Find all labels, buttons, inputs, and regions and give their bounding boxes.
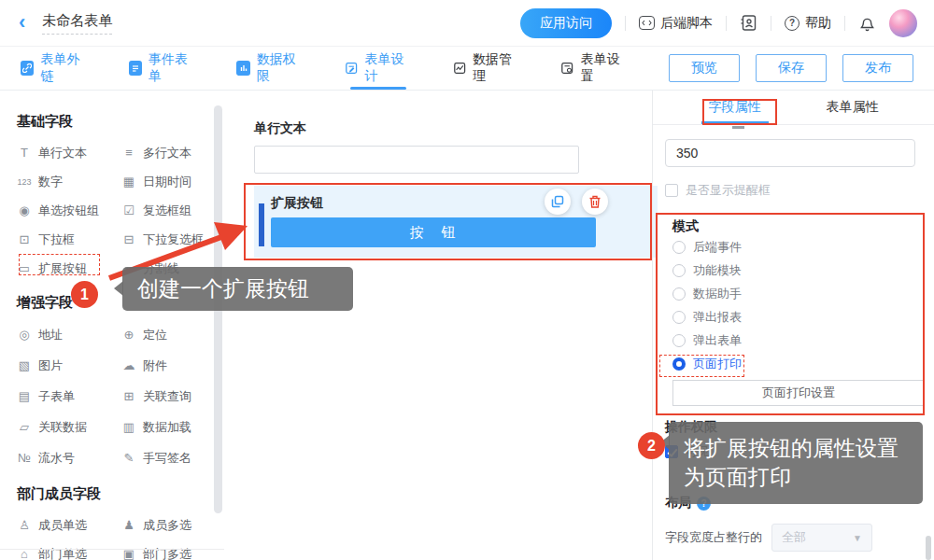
top-bar: ‹ 未命名表单 应用访问 后端脚本 <box>0 0 934 47</box>
layout-title: 布局 <box>665 495 691 511</box>
data-load-icon: ▥ <box>121 420 136 434</box>
field-palette-sidebar: 基础字段 T单行文本 ≡多行文本 123数字 ▦日期时间 ◉单选按钮组 ☑复选框… <box>0 91 232 560</box>
field-item-subform[interactable]: ▤子表单 <box>17 388 121 405</box>
field-item-multi-line-text[interactable]: ≡多行文本 <box>121 145 224 161</box>
back-icon[interactable]: ‹ <box>19 12 25 33</box>
subform-icon: ▤ <box>17 389 32 403</box>
tab-data-permission[interactable]: 数据权限 <box>236 47 304 90</box>
field-item-attachment[interactable]: ☁附件 <box>121 357 224 374</box>
radio-group-icon: ◉ <box>17 203 32 217</box>
width-value-input[interactable] <box>665 139 915 167</box>
publish-button[interactable]: 发布 <box>842 54 913 82</box>
linked-query-icon: ⊞ <box>121 389 136 403</box>
form-title[interactable]: 未命名表单 <box>42 12 112 35</box>
mode-option-backend-event[interactable]: 后端事件 <box>672 235 908 259</box>
tab-field-properties[interactable]: 字段属性 <box>703 91 767 124</box>
mode-option-popup-report[interactable]: 弹出报表 <box>672 305 908 329</box>
attachment-icon: ☁ <box>121 358 136 372</box>
field-item-number[interactable]: 123数字 <box>17 174 121 190</box>
divider <box>0 549 224 550</box>
radio-icon <box>672 241 686 254</box>
field-item-dropdown[interactable]: ⊡下拉框 <box>17 231 121 248</box>
field-item-serial-number[interactable]: №流水号 <box>17 450 121 467</box>
tab-form-settings[interactable]: 表单设置 <box>560 47 628 90</box>
field-item-linked-query[interactable]: ⊞关联查询 <box>121 388 224 405</box>
field-item-radio-group[interactable]: ◉单选按钮组 <box>17 203 121 219</box>
sidebar-scrollbar[interactable] <box>214 105 222 513</box>
field-item-divider-line[interactable]: ╌分割线 <box>121 260 224 277</box>
tab-data-management[interactable]: 数据管理 <box>453 47 520 90</box>
serial-number-icon: № <box>17 451 32 465</box>
visible-checkbox[interactable] <box>665 445 678 458</box>
contacts-button[interactable] <box>740 14 757 32</box>
field-item-image[interactable]: ▧图片 <box>17 357 121 374</box>
save-button[interactable]: 保存 <box>756 54 827 82</box>
radio-icon <box>672 264 686 277</box>
field-item-datetime[interactable]: ▦日期时间 <box>121 174 224 190</box>
mode-option-data-assistant[interactable]: 数据助手 <box>672 282 908 305</box>
clipped-scrolled-content <box>732 126 744 129</box>
field-item-location[interactable]: ⊕定位 <box>121 327 224 343</box>
extension-button-icon: ▭ <box>17 261 32 275</box>
show-reminder-checkbox[interactable] <box>665 184 678 197</box>
user-avatar[interactable] <box>889 9 917 37</box>
tab-event-form[interactable]: 事件表单 <box>129 47 196 90</box>
form-settings-icon <box>560 61 573 76</box>
field-item-extension-button[interactable]: ▭扩展按钮 <box>17 260 121 277</box>
field-item-address[interactable]: ◎地址 <box>17 327 121 343</box>
mode-title: 模式 <box>672 218 908 235</box>
location-icon: ⊕ <box>121 328 136 342</box>
tab-form-properties[interactable]: 表单属性 <box>821 91 884 124</box>
show-reminder-label: 是否显示提醒框 <box>686 182 771 199</box>
image-icon: ▧ <box>17 358 32 372</box>
field-item-data-load[interactable]: ▥数据加载 <box>121 419 224 436</box>
field-width-select[interactable]: 全部 ▼ <box>771 524 872 552</box>
contact-book-icon <box>740 14 757 32</box>
extension-button-preview[interactable]: 按 钮 <box>271 217 596 247</box>
page-print-settings-button[interactable]: 页面打印设置 <box>672 380 925 406</box>
properties-panel: 字段属性 表单属性 是否显示提醒框 模式 后端事件 功能模块 数据助手 弹出报表… <box>652 91 934 560</box>
backend-script-button[interactable]: 后端脚本 <box>639 15 713 32</box>
mode-section: 模式 后端事件 功能模块 数据助手 弹出报表 弹出表单 页面打印 页面打印设置 <box>665 211 915 411</box>
field-item-dept-multi[interactable]: ▣部门多选 <box>121 546 224 560</box>
mode-option-function-module[interactable]: 功能模块 <box>672 259 908 282</box>
section-title-dept-member-fields: 部门成员字段 <box>17 485 232 503</box>
checkbox-group-icon: ☑ <box>121 203 136 217</box>
text-field-label: 单行文本 <box>254 120 652 137</box>
panel-scrollbar[interactable] <box>926 536 931 560</box>
divider <box>625 16 626 31</box>
help-button[interactable]: ? 帮助 <box>785 15 831 32</box>
field-item-dept-single[interactable]: ⌂部门单选 <box>17 546 121 560</box>
question-icon: ? <box>785 16 800 31</box>
signature-icon: ✎ <box>121 451 136 465</box>
form-canvas: 单行文本 扩展按钮 按 钮 <box>232 91 652 560</box>
app-access-button[interactable]: 应用访问 <box>520 8 612 38</box>
layout-help-icon[interactable]: ? <box>697 497 711 511</box>
copy-field-button[interactable] <box>545 189 571 215</box>
preview-button[interactable]: 预览 <box>669 54 740 82</box>
tab-form-design[interactable]: 表单设计 <box>345 47 412 90</box>
divider <box>844 16 845 31</box>
form-designer-page: ‹ 未命名表单 应用访问 后端脚本 <box>0 0 934 560</box>
address-icon: ◎ <box>17 328 32 342</box>
single-line-text-input[interactable] <box>254 146 579 174</box>
field-item-linked-data[interactable]: ▱关联数据 <box>17 419 121 436</box>
tab-form-external-link[interactable]: 表单外链 <box>21 47 88 90</box>
single-line-text-icon: T <box>17 146 32 160</box>
radio-selected-icon <box>672 357 686 371</box>
delete-field-button[interactable] <box>582 189 608 215</box>
visible-label: 可见 <box>686 443 710 460</box>
field-item-signature[interactable]: ✎手写签名 <box>121 450 224 467</box>
mode-option-page-print[interactable]: 页面打印 <box>672 352 908 375</box>
field-item-member-multi[interactable]: ♟成员多选 <box>121 517 224 534</box>
mode-option-popup-form[interactable]: 弹出表单 <box>672 329 908 352</box>
field-item-member-single[interactable]: ♙成员单选 <box>17 517 121 534</box>
selected-extension-button-field[interactable]: 扩展按钮 按 钮 <box>254 186 658 258</box>
section-title-basic-fields: 基础字段 <box>17 113 232 131</box>
bell-icon[interactable] <box>858 14 876 33</box>
dropdown-multi-icon: ⊟ <box>121 232 136 246</box>
field-item-dropdown-multi[interactable]: ⊟下拉复选框 <box>121 231 224 248</box>
divider-line-icon: ╌ <box>121 261 136 275</box>
field-item-checkbox-group[interactable]: ☑复选框组 <box>121 203 224 219</box>
field-item-single-line-text[interactable]: T单行文本 <box>17 145 121 161</box>
